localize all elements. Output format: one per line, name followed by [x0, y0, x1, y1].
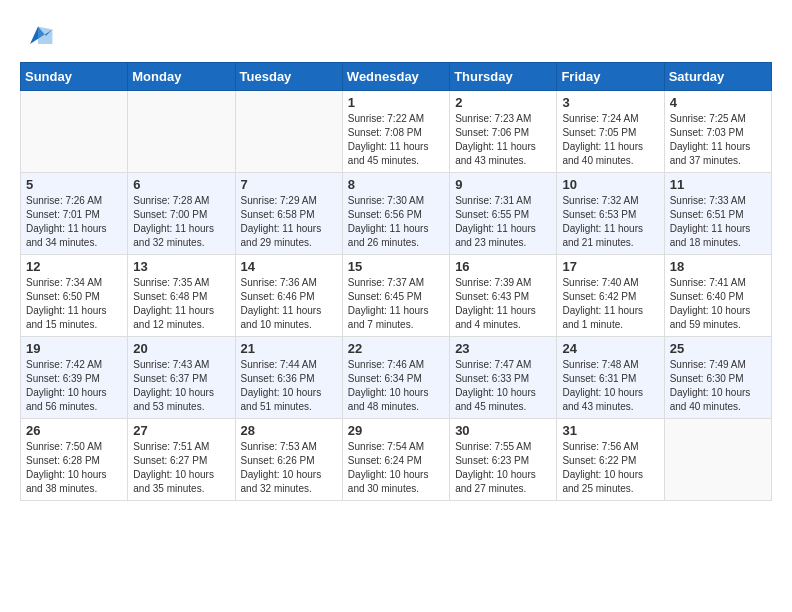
- day-info: Sunrise: 7:47 AM Sunset: 6:33 PM Dayligh…: [455, 358, 551, 414]
- day-of-week-header: Thursday: [450, 63, 557, 91]
- day-number: 31: [562, 423, 658, 438]
- day-number: 15: [348, 259, 444, 274]
- day-number: 12: [26, 259, 122, 274]
- day-info: Sunrise: 7:50 AM Sunset: 6:28 PM Dayligh…: [26, 440, 122, 496]
- calendar-cell: 12Sunrise: 7:34 AM Sunset: 6:50 PM Dayli…: [21, 255, 128, 337]
- calendar-cell: [128, 91, 235, 173]
- calendar-cell: 19Sunrise: 7:42 AM Sunset: 6:39 PM Dayli…: [21, 337, 128, 419]
- day-number: 9: [455, 177, 551, 192]
- day-number: 11: [670, 177, 766, 192]
- day-of-week-header: Wednesday: [342, 63, 449, 91]
- day-number: 24: [562, 341, 658, 356]
- day-number: 20: [133, 341, 229, 356]
- page-header: [20, 20, 772, 52]
- day-number: 17: [562, 259, 658, 274]
- day-of-week-header: Tuesday: [235, 63, 342, 91]
- day-of-week-header: Saturday: [664, 63, 771, 91]
- day-number: 7: [241, 177, 337, 192]
- day-number: 27: [133, 423, 229, 438]
- day-number: 19: [26, 341, 122, 356]
- day-number: 4: [670, 95, 766, 110]
- day-number: 28: [241, 423, 337, 438]
- calendar-cell: 15Sunrise: 7:37 AM Sunset: 6:45 PM Dayli…: [342, 255, 449, 337]
- calendar-cell: 10Sunrise: 7:32 AM Sunset: 6:53 PM Dayli…: [557, 173, 664, 255]
- header-row: SundayMondayTuesdayWednesdayThursdayFrid…: [21, 63, 772, 91]
- calendar-week-row: 19Sunrise: 7:42 AM Sunset: 6:39 PM Dayli…: [21, 337, 772, 419]
- day-of-week-header: Sunday: [21, 63, 128, 91]
- calendar-cell: 9Sunrise: 7:31 AM Sunset: 6:55 PM Daylig…: [450, 173, 557, 255]
- calendar-cell: 11Sunrise: 7:33 AM Sunset: 6:51 PM Dayli…: [664, 173, 771, 255]
- day-info: Sunrise: 7:35 AM Sunset: 6:48 PM Dayligh…: [133, 276, 229, 332]
- day-number: 8: [348, 177, 444, 192]
- calendar-cell: 30Sunrise: 7:55 AM Sunset: 6:23 PM Dayli…: [450, 419, 557, 501]
- day-number: 21: [241, 341, 337, 356]
- calendar-cell: 26Sunrise: 7:50 AM Sunset: 6:28 PM Dayli…: [21, 419, 128, 501]
- day-info: Sunrise: 7:51 AM Sunset: 6:27 PM Dayligh…: [133, 440, 229, 496]
- day-of-week-header: Friday: [557, 63, 664, 91]
- day-number: 26: [26, 423, 122, 438]
- day-number: 22: [348, 341, 444, 356]
- calendar-cell: 4Sunrise: 7:25 AM Sunset: 7:03 PM Daylig…: [664, 91, 771, 173]
- calendar-cell: 2Sunrise: 7:23 AM Sunset: 7:06 PM Daylig…: [450, 91, 557, 173]
- day-number: 29: [348, 423, 444, 438]
- calendar-cell: 8Sunrise: 7:30 AM Sunset: 6:56 PM Daylig…: [342, 173, 449, 255]
- day-number: 1: [348, 95, 444, 110]
- day-info: Sunrise: 7:36 AM Sunset: 6:46 PM Dayligh…: [241, 276, 337, 332]
- day-info: Sunrise: 7:37 AM Sunset: 6:45 PM Dayligh…: [348, 276, 444, 332]
- day-info: Sunrise: 7:33 AM Sunset: 6:51 PM Dayligh…: [670, 194, 766, 250]
- day-info: Sunrise: 7:44 AM Sunset: 6:36 PM Dayligh…: [241, 358, 337, 414]
- day-info: Sunrise: 7:54 AM Sunset: 6:24 PM Dayligh…: [348, 440, 444, 496]
- calendar-cell: 25Sunrise: 7:49 AM Sunset: 6:30 PM Dayli…: [664, 337, 771, 419]
- calendar-cell: 14Sunrise: 7:36 AM Sunset: 6:46 PM Dayli…: [235, 255, 342, 337]
- day-info: Sunrise: 7:22 AM Sunset: 7:08 PM Dayligh…: [348, 112, 444, 168]
- calendar-cell: 28Sunrise: 7:53 AM Sunset: 6:26 PM Dayli…: [235, 419, 342, 501]
- day-number: 13: [133, 259, 229, 274]
- calendar-cell: 16Sunrise: 7:39 AM Sunset: 6:43 PM Dayli…: [450, 255, 557, 337]
- day-number: 2: [455, 95, 551, 110]
- calendar-cell: 31Sunrise: 7:56 AM Sunset: 6:22 PM Dayli…: [557, 419, 664, 501]
- day-info: Sunrise: 7:31 AM Sunset: 6:55 PM Dayligh…: [455, 194, 551, 250]
- day-number: 25: [670, 341, 766, 356]
- calendar-cell: 24Sunrise: 7:48 AM Sunset: 6:31 PM Dayli…: [557, 337, 664, 419]
- calendar-cell: 18Sunrise: 7:41 AM Sunset: 6:40 PM Dayli…: [664, 255, 771, 337]
- day-info: Sunrise: 7:24 AM Sunset: 7:05 PM Dayligh…: [562, 112, 658, 168]
- calendar-cell: 29Sunrise: 7:54 AM Sunset: 6:24 PM Dayli…: [342, 419, 449, 501]
- calendar-week-row: 26Sunrise: 7:50 AM Sunset: 6:28 PM Dayli…: [21, 419, 772, 501]
- day-info: Sunrise: 7:34 AM Sunset: 6:50 PM Dayligh…: [26, 276, 122, 332]
- day-info: Sunrise: 7:53 AM Sunset: 6:26 PM Dayligh…: [241, 440, 337, 496]
- day-info: Sunrise: 7:25 AM Sunset: 7:03 PM Dayligh…: [670, 112, 766, 168]
- calendar-cell: 13Sunrise: 7:35 AM Sunset: 6:48 PM Dayli…: [128, 255, 235, 337]
- day-info: Sunrise: 7:56 AM Sunset: 6:22 PM Dayligh…: [562, 440, 658, 496]
- calendar-cell: 1Sunrise: 7:22 AM Sunset: 7:08 PM Daylig…: [342, 91, 449, 173]
- calendar-cell: 23Sunrise: 7:47 AM Sunset: 6:33 PM Dayli…: [450, 337, 557, 419]
- day-number: 10: [562, 177, 658, 192]
- day-number: 18: [670, 259, 766, 274]
- day-info: Sunrise: 7:46 AM Sunset: 6:34 PM Dayligh…: [348, 358, 444, 414]
- logo: [20, 20, 54, 52]
- calendar-cell: 5Sunrise: 7:26 AM Sunset: 7:01 PM Daylig…: [21, 173, 128, 255]
- day-info: Sunrise: 7:26 AM Sunset: 7:01 PM Dayligh…: [26, 194, 122, 250]
- day-info: Sunrise: 7:41 AM Sunset: 6:40 PM Dayligh…: [670, 276, 766, 332]
- calendar-cell: 21Sunrise: 7:44 AM Sunset: 6:36 PM Dayli…: [235, 337, 342, 419]
- day-info: Sunrise: 7:39 AM Sunset: 6:43 PM Dayligh…: [455, 276, 551, 332]
- calendar-cell: 22Sunrise: 7:46 AM Sunset: 6:34 PM Dayli…: [342, 337, 449, 419]
- calendar-cell: 20Sunrise: 7:43 AM Sunset: 6:37 PM Dayli…: [128, 337, 235, 419]
- day-info: Sunrise: 7:29 AM Sunset: 6:58 PM Dayligh…: [241, 194, 337, 250]
- day-info: Sunrise: 7:32 AM Sunset: 6:53 PM Dayligh…: [562, 194, 658, 250]
- calendar-header: SundayMondayTuesdayWednesdayThursdayFrid…: [21, 63, 772, 91]
- day-number: 5: [26, 177, 122, 192]
- calendar-week-row: 12Sunrise: 7:34 AM Sunset: 6:50 PM Dayli…: [21, 255, 772, 337]
- day-info: Sunrise: 7:42 AM Sunset: 6:39 PM Dayligh…: [26, 358, 122, 414]
- day-of-week-header: Monday: [128, 63, 235, 91]
- calendar-table: SundayMondayTuesdayWednesdayThursdayFrid…: [20, 62, 772, 501]
- calendar-cell: [21, 91, 128, 173]
- calendar-week-row: 1Sunrise: 7:22 AM Sunset: 7:08 PM Daylig…: [21, 91, 772, 173]
- day-number: 23: [455, 341, 551, 356]
- day-info: Sunrise: 7:40 AM Sunset: 6:42 PM Dayligh…: [562, 276, 658, 332]
- day-info: Sunrise: 7:30 AM Sunset: 6:56 PM Dayligh…: [348, 194, 444, 250]
- calendar-cell: 3Sunrise: 7:24 AM Sunset: 7:05 PM Daylig…: [557, 91, 664, 173]
- day-number: 30: [455, 423, 551, 438]
- day-number: 16: [455, 259, 551, 274]
- day-number: 6: [133, 177, 229, 192]
- day-info: Sunrise: 7:49 AM Sunset: 6:30 PM Dayligh…: [670, 358, 766, 414]
